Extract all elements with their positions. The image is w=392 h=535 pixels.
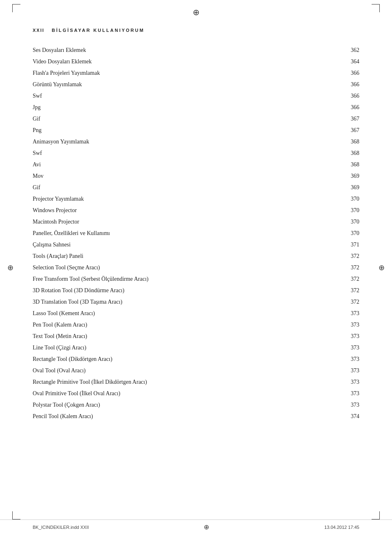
toc-row: Polystar Tool (Çokgen Aracı)373 xyxy=(33,399,359,410)
toc-entry-text: Projector Yayımlamak xyxy=(33,193,335,204)
toc-entry-text: Gif xyxy=(33,113,335,124)
toc-entry-text: Görüntü Yayımlamak xyxy=(33,78,335,90)
toc-row: Animasyon Yayımlamak368 xyxy=(33,136,359,147)
toc-row: Free Transform Tool (Serbest Ölçülendirm… xyxy=(33,273,359,284)
toc-row: Selection Tool (Seçme Aracı)372 xyxy=(33,262,359,273)
toc-row: Flash'a Projeleri Yayımlamak366 xyxy=(33,67,359,78)
toc-entry-text: Animasyon Yayımlamak xyxy=(33,136,335,147)
toc-entry-text: Macintosh Projector xyxy=(33,216,335,227)
right-crosshair-icon: ⊕ xyxy=(379,263,385,272)
toc-entry-text: Mov xyxy=(33,170,335,181)
toc-row: Oval Primitive Tool (İlkel Oval Aracı)37… xyxy=(33,387,359,399)
header-page-number: XXII xyxy=(33,28,45,33)
toc-entry-text: Windows Projector xyxy=(33,204,335,216)
toc-entry-page: 367 xyxy=(335,124,359,136)
corner-mark-bottom-left xyxy=(12,511,20,519)
toc-entry-text: Çalışma Sahnesi xyxy=(33,239,335,250)
toc-row: Rectangle Primitive Tool (İlkel Dikdörtg… xyxy=(33,376,359,387)
toc-entry-page: 367 xyxy=(335,113,359,124)
toc-entry-page: 371 xyxy=(335,239,359,250)
toc-entry-text: Rectangle Tool (Dikdörtgen Aracı) xyxy=(33,353,335,365)
toc-entry-page: 370 xyxy=(335,204,359,216)
toc-entry-text: Oval Primitive Tool (İlkel Oval Aracı) xyxy=(33,387,335,399)
toc-row: Pen Tool (Kalem Aracı)373 xyxy=(33,319,359,330)
toc-entry-text: Pen Tool (Kalem Aracı) xyxy=(33,319,335,330)
toc-entry-text: Video Dosyaları Eklemek xyxy=(33,56,335,67)
toc-entry-text: Selection Tool (Seçme Aracı) xyxy=(33,262,335,273)
toc-entry-text: Gif xyxy=(33,181,335,193)
page-content: XXII BİLGİSAYAR KULLANIYORUM Ses Dosyala… xyxy=(0,20,392,519)
footer-right: 13.04.2012 17:45 xyxy=(324,525,359,530)
toc-row: Pencil Tool (Kalem Aracı)374 xyxy=(33,410,359,422)
toc-entry-page: 368 xyxy=(335,159,359,170)
toc-row: Lasso Tool (Kement Aracı)373 xyxy=(33,307,359,319)
toc-entry-page: 373 xyxy=(335,365,359,376)
toc-row: Swf366 xyxy=(33,90,359,101)
toc-entry-page: 364 xyxy=(335,56,359,67)
toc-row: Gif369 xyxy=(33,181,359,193)
toc-entry-page: 372 xyxy=(335,262,359,273)
toc-entry-page: 374 xyxy=(335,410,359,422)
page: ⊕ ⊕ ⊕ XXII BİLGİSAYAR KULLANIYORUM Ses D… xyxy=(0,0,392,535)
toc-table: Ses Dosyaları Eklemek362Video Dosyaları … xyxy=(33,44,359,422)
toc-entry-text: Free Transform Tool (Serbest Ölçülendirm… xyxy=(33,273,335,284)
toc-entry-text: Avi xyxy=(33,159,335,170)
left-crosshair-icon: ⊕ xyxy=(7,263,13,272)
toc-row: 3D Translation Tool (3D Taşıma Aracı)372 xyxy=(33,296,359,307)
corner-mark-top-right xyxy=(372,4,380,12)
toc-entry-page: 366 xyxy=(335,78,359,90)
toc-entry-page: 370 xyxy=(335,227,359,239)
toc-entry-page: 373 xyxy=(335,376,359,387)
toc-row: Oval Tool (Oval Aracı)373 xyxy=(33,365,359,376)
toc-row: Macintosh Projector370 xyxy=(33,216,359,227)
toc-entry-page: 369 xyxy=(335,181,359,193)
toc-row: Tools (Araçlar) Paneli372 xyxy=(33,250,359,262)
toc-entry-page: 373 xyxy=(335,319,359,330)
toc-entry-text: Rectangle Primitive Tool (İlkel Dikdörtg… xyxy=(33,376,335,387)
toc-row: Avi368 xyxy=(33,159,359,170)
toc-row: Jpg366 xyxy=(33,101,359,113)
toc-entry-text: Flash'a Projeleri Yayımlamak xyxy=(33,67,335,78)
toc-entry-text: Pencil Tool (Kalem Aracı) xyxy=(33,410,335,422)
page-header: XXII BİLGİSAYAR KULLANIYORUM xyxy=(33,28,359,33)
toc-entry-text: Oval Tool (Oval Aracı) xyxy=(33,365,335,376)
toc-row: Mov369 xyxy=(33,170,359,181)
toc-entry-text: Text Tool (Metin Aracı) xyxy=(33,330,335,342)
toc-entry-text: Swf xyxy=(33,147,335,159)
toc-entry-text: Paneller, Özellikleri ve Kullanımı xyxy=(33,227,335,239)
toc-row: Text Tool (Metin Aracı)373 xyxy=(33,330,359,342)
header-title: BİLGİSAYAR KULLANIYORUM xyxy=(52,28,145,33)
footer-left: BK_ICINDEKILER.indd XXII xyxy=(33,525,89,530)
toc-entry-text: Polystar Tool (Çokgen Aracı) xyxy=(33,399,335,410)
toc-entry-page: 372 xyxy=(335,284,359,296)
toc-entry-page: 366 xyxy=(335,101,359,113)
toc-entry-text: Ses Dosyaları Eklemek xyxy=(33,44,335,56)
bottom-crosshair-icon: ⊕ xyxy=(204,523,209,531)
toc-row: 3D Rotation Tool (3D Döndürme Aracı)372 xyxy=(33,284,359,296)
toc-entry-page: 366 xyxy=(335,90,359,101)
top-crosshair-icon: ⊕ xyxy=(193,7,200,17)
toc-entry-page: 369 xyxy=(335,170,359,181)
toc-entry-text: 3D Rotation Tool (3D Döndürme Aracı) xyxy=(33,284,335,296)
toc-entry-text: 3D Translation Tool (3D Taşıma Aracı) xyxy=(33,296,335,307)
toc-entry-page: 372 xyxy=(335,273,359,284)
toc-entry-page: 370 xyxy=(335,193,359,204)
toc-entry-page: 373 xyxy=(335,330,359,342)
page-footer: BK_ICINDEKILER.indd XXII ⊕ 13.04.2012 17… xyxy=(0,519,392,535)
top-decoration: ⊕ xyxy=(0,0,392,20)
toc-row: Swf368 xyxy=(33,147,359,159)
toc-entry-text: Swf xyxy=(33,90,335,101)
corner-mark-top-left xyxy=(12,4,20,12)
toc-entry-text: Png xyxy=(33,124,335,136)
toc-entry-page: 372 xyxy=(335,296,359,307)
toc-entry-text: Lasso Tool (Kement Aracı) xyxy=(33,307,335,319)
toc-row: Video Dosyaları Eklemek364 xyxy=(33,56,359,67)
toc-entry-page: 370 xyxy=(335,216,359,227)
toc-row: Line Tool (Çizgi Aracı)373 xyxy=(33,342,359,353)
toc-row: Png367 xyxy=(33,124,359,136)
toc-entry-page: 366 xyxy=(335,67,359,78)
toc-row: Projector Yayımlamak370 xyxy=(33,193,359,204)
toc-row: Rectangle Tool (Dikdörtgen Aracı)373 xyxy=(33,353,359,365)
toc-entry-page: 373 xyxy=(335,307,359,319)
toc-entry-page: 373 xyxy=(335,342,359,353)
